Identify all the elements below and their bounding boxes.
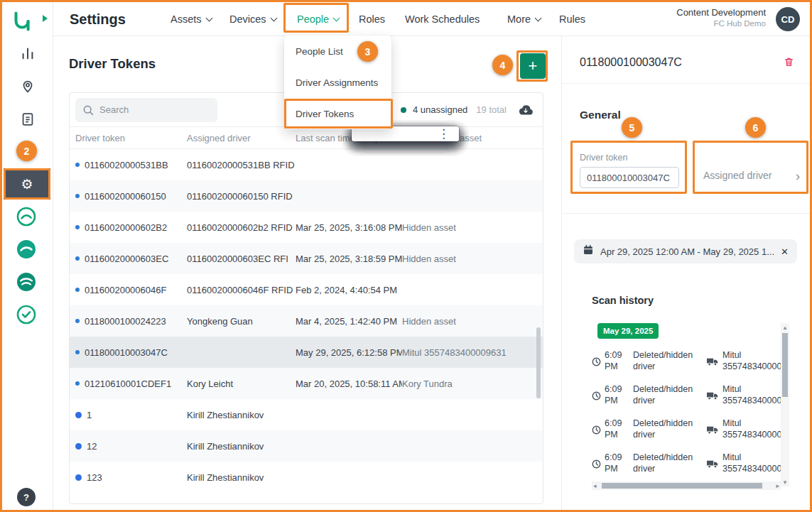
driver-cell: Kirill Zhestiannikov xyxy=(187,472,296,483)
header-driver-token[interactable]: Driver token xyxy=(75,133,187,143)
menu-item-driver-tokens[interactable]: Driver Tokens xyxy=(284,98,391,129)
unassigned-status-dot xyxy=(401,107,406,113)
driver-cell: 011600200006046F RFID xyxy=(187,285,296,295)
asset-cell: Hidden asset xyxy=(402,316,509,327)
question-icon: ? xyxy=(23,492,29,503)
nav-roles[interactable]: Roles xyxy=(359,2,385,36)
sidebar-item-analytics[interactable] xyxy=(2,39,53,70)
calendar-icon xyxy=(583,244,594,258)
total-count: 19 total xyxy=(476,104,507,115)
sidebar-item-app-1[interactable] xyxy=(16,207,36,227)
sidebar-item-app-3[interactable] xyxy=(16,272,36,292)
driver-token-input[interactable] xyxy=(580,167,679,188)
table-row[interactable]: 123 Kirill Zhestiannikov ⋮ xyxy=(70,462,543,493)
token-status-dot xyxy=(75,288,80,292)
table-row[interactable]: 0116002000060150 0116002000060150 RFID ⋮ xyxy=(70,180,543,212)
menu-item-driver-assignments[interactable]: Driver Assignments xyxy=(284,67,391,98)
table-row-selected[interactable]: 011800010003047C May 29, 2025, 6:12:58 P… xyxy=(70,337,543,368)
sidebar-item-locations[interactable] xyxy=(2,72,53,103)
token-status-dot xyxy=(75,350,80,354)
nav-people[interactable]: People xyxy=(297,2,339,36)
driver-cell: 01160020000603EC RFI xyxy=(187,254,296,264)
token-cell: 01160020000603EC xyxy=(85,254,168,264)
detail-panel: 011800010003047C General Driver token As… xyxy=(561,36,810,510)
scrollbar-thumb[interactable] xyxy=(602,483,762,489)
search-icon xyxy=(82,104,94,119)
table-row[interactable]: 011600200006046F 011600200006046F RFID F… xyxy=(70,274,543,305)
assigned-driver-button[interactable]: Assigned driver › xyxy=(693,141,808,194)
topbar: Settings Assets Devices People Roles Wor… xyxy=(53,2,810,36)
section-title: Driver Tokens xyxy=(69,56,156,72)
divider xyxy=(562,83,810,84)
scan-time: 6:09 PM xyxy=(605,418,631,440)
nav-more[interactable]: More xyxy=(507,2,541,36)
scan-history-vertical-scrollbar[interactable]: ▴ ▾ xyxy=(781,323,789,486)
user-avatar[interactable]: CD xyxy=(776,7,800,31)
sidebar-item-app-4[interactable] xyxy=(16,305,36,325)
token-status-dot xyxy=(75,163,80,167)
account-org: Content Development xyxy=(676,7,766,18)
delete-token-button[interactable] xyxy=(784,56,794,67)
token-cell: 1 xyxy=(87,410,92,420)
scroll-right-icon[interactable]: ▸ xyxy=(776,481,779,490)
sidebar: ⚙ ? xyxy=(2,2,53,510)
row-menu-icon[interactable]: ⋮ xyxy=(438,126,446,141)
clock-icon xyxy=(592,391,602,401)
table-row[interactable]: 01160020000531BB 01160020000531BB RFID ⋮ xyxy=(70,149,543,180)
sidebar-item-reports[interactable] xyxy=(2,105,53,136)
nav-work-schedules[interactable]: Work Schedules xyxy=(405,2,480,36)
scroll-up-icon[interactable]: ▴ xyxy=(781,323,789,332)
token-status-dot xyxy=(75,381,80,386)
chevron-right-icon: › xyxy=(796,168,800,184)
help-button[interactable]: ? xyxy=(17,488,36,506)
nav-rules[interactable]: Rules xyxy=(559,2,585,36)
date-range-filter[interactable]: Apr 29, 2025 12:00 AM - May 29, 2025 1..… xyxy=(574,239,797,263)
app-logo-icon[interactable] xyxy=(9,8,36,38)
nav-devices[interactable]: Devices xyxy=(229,2,276,36)
bar-chart-icon xyxy=(20,45,36,64)
scan-entry: 6:09 PM Deleted/hidden driver Mitul 3557… xyxy=(592,378,781,413)
timestamp-cell: Mar 4, 2025, 1:42:40 PM xyxy=(296,316,402,327)
vehicle-icon xyxy=(707,357,720,366)
location-pin-icon xyxy=(20,78,36,97)
scroll-down-icon[interactable]: ▾ xyxy=(781,478,789,486)
timestamp-cell: Mar 25, 2025, 3:18:59 PM xyxy=(296,254,402,264)
assigned-driver-label: Assigned driver xyxy=(703,170,772,181)
table-row[interactable]: 0118000100024223 Yongkeng Guan Mar 4, 20… xyxy=(70,305,543,337)
sidebar-expand-icon[interactable] xyxy=(43,15,48,22)
sidebar-item-settings[interactable]: ⚙ xyxy=(4,168,50,200)
sidebar-item-app-2[interactable] xyxy=(16,239,36,259)
vehicle-icon xyxy=(707,391,720,401)
download-icon[interactable] xyxy=(519,104,533,116)
scrollbar-thumb[interactable] xyxy=(782,333,788,397)
scan-driver: Deleted/hidden driver xyxy=(633,384,705,406)
search-box xyxy=(75,98,217,122)
table-row[interactable]: 01160020000602B2 01160020000602b2 RFID M… xyxy=(70,212,543,243)
driver-cell: Kirill Zhestiannikov xyxy=(187,410,296,420)
gear-icon: ⚙ xyxy=(21,178,33,191)
header-assigned-driver[interactable]: Assigned driver xyxy=(187,133,296,143)
scan-history-horizontal-scrollbar[interactable]: ◂ ▸ xyxy=(592,481,781,490)
driver-cell: Kory Leicht xyxy=(187,378,296,389)
nav-assets[interactable]: Assets xyxy=(170,2,212,36)
asset-cell: Mitul 3557483400009631 xyxy=(402,347,509,358)
clear-date-icon[interactable]: ✕ xyxy=(781,246,789,257)
add-token-button[interactable]: + xyxy=(520,53,546,79)
driver-cell: Yongkeng Guan xyxy=(187,316,296,327)
table-row[interactable]: 01160020000603EC 01160020000603EC RFI Ma… xyxy=(70,243,543,274)
table-row[interactable]: 12 Kirill Zhestiannikov ⋮ xyxy=(70,430,543,462)
search-input[interactable] xyxy=(75,98,217,122)
scan-entry: 6:09 PM Deleted/hidden driver Mitul 3557… xyxy=(592,447,781,481)
scroll-left-icon[interactable]: ◂ xyxy=(593,481,597,490)
scan-driver: Deleted/hidden driver xyxy=(633,418,705,440)
date-range-text: Apr 29, 2025 12:00 AM - May 29, 2025 1..… xyxy=(600,246,774,257)
token-cell: 01160020000531BB xyxy=(85,160,168,170)
token-status-dot xyxy=(75,474,82,481)
table-row[interactable]: 1 Kirill Zhestiannikov ⋮ xyxy=(70,399,543,430)
token-status-dot xyxy=(75,443,82,450)
table-row[interactable]: 01210610001CDEF1 Kory Leicht Mar 20, 202… xyxy=(70,368,543,399)
chevron-down-icon xyxy=(270,14,277,21)
scan-driver: Deleted/hidden driver xyxy=(633,452,705,474)
table-scrollbar[interactable] xyxy=(536,327,541,398)
page-title: Settings xyxy=(70,2,126,36)
